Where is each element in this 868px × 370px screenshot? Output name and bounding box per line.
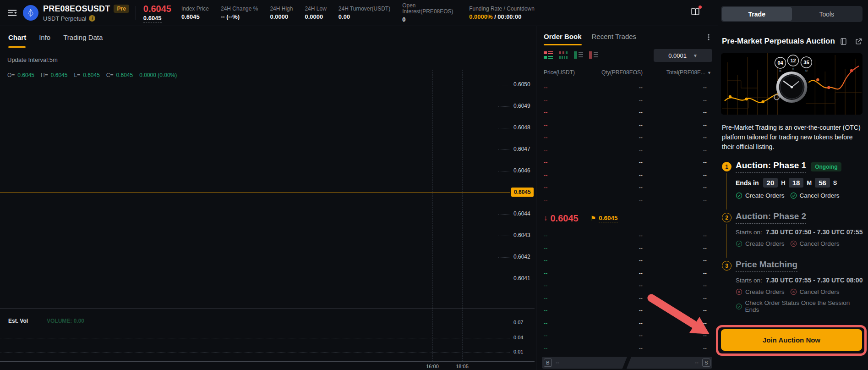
tab-info[interactable]: Info: [39, 33, 50, 41]
orderbook-toggle-icon[interactable]: [690, 7, 700, 19]
notification-dot: [699, 6, 702, 9]
phase-number: 3: [722, 261, 732, 271]
order-book-bid-row[interactable]: ------: [544, 267, 711, 279]
order-book-ask-row[interactable]: ------: [544, 81, 711, 94]
order-book-bid-row[interactable]: ------: [544, 292, 711, 304]
y-axis-tick: 0.6046: [513, 167, 536, 174]
chart-tabs: Chart Info Trading Data: [8, 33, 103, 41]
price-cell: --: [544, 147, 588, 153]
tab-trade[interactable]: Trade: [722, 7, 792, 21]
countdown-unit: H: [781, 179, 785, 186]
time-axis[interactable]: [0, 361, 535, 362]
order-book-ask-row[interactable]: ------: [544, 169, 711, 181]
view-both-sides-icon[interactable]: [544, 51, 553, 60]
asks-list: ----------------------------------------…: [544, 81, 711, 206]
rules-document-icon[interactable]: [840, 38, 847, 45]
menu-icon[interactable]: [7, 8, 17, 18]
tab-tools[interactable]: Tools: [792, 7, 862, 21]
order-book-bid-row[interactable]: ------: [544, 229, 711, 242]
phase-title[interactable]: Price Matching: [736, 260, 797, 272]
mid-mark-price[interactable]: 0.6045: [599, 215, 617, 222]
pane-divider[interactable]: [0, 309, 535, 309]
auction-description: Pre-Market Trading is an over-the-counte…: [722, 123, 863, 152]
phase-permissions: Create OrdersCancel OrdersCheck Order St…: [736, 288, 866, 313]
order-book-ask-row[interactable]: ------: [544, 106, 711, 119]
total-cell: --: [643, 257, 711, 264]
header-stat: 24H Change %-- (--%): [221, 6, 258, 20]
mid-last-price[interactable]: 0.6045: [551, 213, 579, 224]
tab-chart[interactable]: Chart: [8, 33, 26, 41]
order-book-bid-row[interactable]: ------: [544, 329, 711, 342]
order-book-ask-row[interactable]: ------: [544, 156, 711, 169]
content-row: Chart Info Trading Data Update Interval:…: [0, 26, 718, 370]
order-book-ask-row[interactable]: ------: [544, 144, 711, 156]
buy-ratio-value: --: [556, 359, 559, 366]
order-book-ask-row[interactable]: ------: [544, 94, 711, 106]
join-auction-button[interactable]: Join Auction Now: [721, 329, 862, 351]
order-book-ask-row[interactable]: ------: [544, 181, 711, 193]
ohlc-readout: O=0.6045 H=0.6045 L=0.6045 C=0.6045 0.00…: [7, 72, 177, 78]
last-price-axis-label: 0.6045: [511, 188, 534, 197]
ongoing-badge: Ongoing: [811, 162, 841, 171]
ratio-divider: [622, 357, 633, 369]
order-book-bid-row[interactable]: ------: [544, 279, 711, 292]
qty-cell: --: [588, 320, 643, 326]
column-price: Price(USDT): [544, 69, 588, 76]
total-cell: --: [643, 332, 711, 339]
phase-title[interactable]: Auction: Phase 2: [736, 211, 806, 224]
order-book-bid-row[interactable]: ------: [544, 304, 711, 317]
view-columns-icon[interactable]: [559, 51, 568, 60]
phase-title[interactable]: Auction: Phase 1: [736, 160, 806, 173]
price-cell: --: [544, 270, 588, 276]
price-axis[interactable]: [510, 70, 510, 361]
order-book-bid-row[interactable]: ------: [544, 342, 711, 354]
order-book-ask-row[interactable]: ------: [544, 131, 711, 144]
total-cell: --: [643, 172, 711, 178]
mark-price[interactable]: 0.6045: [143, 15, 162, 22]
symbol-name[interactable]: PRE08EOSUSDT: [43, 4, 110, 14]
total-cell: --: [643, 307, 711, 314]
tab-order-book[interactable]: Order Book: [544, 33, 582, 40]
tab-recent-trades[interactable]: Recent Trades: [592, 33, 637, 40]
sell-ratio-value: --: [695, 359, 699, 366]
qty-cell: --: [588, 197, 643, 203]
permission-text: Cancel Orders: [800, 288, 840, 295]
column-total[interactable]: Total(PRE08E...▼: [643, 69, 711, 76]
price-cell: --: [544, 122, 588, 128]
check-circle-icon: [736, 192, 742, 199]
sell-tag: S: [702, 359, 710, 367]
tab-trading-data[interactable]: Trading Data: [63, 33, 103, 41]
info-icon[interactable]: i: [89, 15, 95, 22]
permission-text: Create Orders: [745, 240, 785, 247]
total-cell: --: [643, 320, 711, 326]
tick-size-dropdown[interactable]: 0.0001 ▼: [654, 49, 712, 62]
qty-cell: --: [588, 257, 643, 264]
order-book-bid-row[interactable]: ------: [544, 254, 711, 267]
price-block: 0.6045 0.6045: [143, 4, 171, 22]
phase-schedule: Starts on:7.30 UTC 07:50 - 7.30 UTC 07:5…: [736, 228, 866, 236]
phase-title-row: Auction: Phase 2: [736, 211, 866, 224]
permission-text: Cancel Orders: [800, 240, 840, 247]
qty-cell: --: [588, 147, 643, 153]
gridline: [498, 128, 509, 128]
funding-value: 0.0000% / 00:00:00: [469, 13, 535, 20]
order-book-bid-row[interactable]: ------: [544, 317, 711, 329]
external-link-icon[interactable]: [855, 38, 863, 45]
view-bids-only-icon[interactable]: [574, 51, 583, 60]
qty-cell: --: [588, 295, 643, 301]
more-options-icon[interactable]: [705, 33, 712, 41]
phase-permissions: Create OrdersCancel Orders: [736, 192, 866, 199]
last-price-line: [0, 193, 510, 193]
y-axis-tick: 0.6042: [513, 254, 536, 260]
order-book-ask-row[interactable]: ------: [544, 119, 711, 131]
view-asks-only-icon[interactable]: [589, 51, 598, 60]
order-book-column-headers: Price(USDT) Qty(PRE08EOS) Total(PRE08E..…: [544, 69, 711, 76]
order-book-ask-row[interactable]: ------: [544, 194, 711, 206]
time-axis-tick: 18:05: [449, 364, 475, 369]
banner-countdown: 04 12 35 D H M: [775, 55, 812, 72]
permission-text: Check Order Status Once the Session Ends: [745, 299, 861, 313]
stat-value: 0.6045: [181, 13, 209, 20]
countdown-label: Ends in: [736, 179, 759, 187]
funding-stat: Funding Rate / Countdown 0.0000% / 00:00…: [469, 6, 535, 20]
order-book-bid-row[interactable]: ------: [544, 242, 711, 254]
